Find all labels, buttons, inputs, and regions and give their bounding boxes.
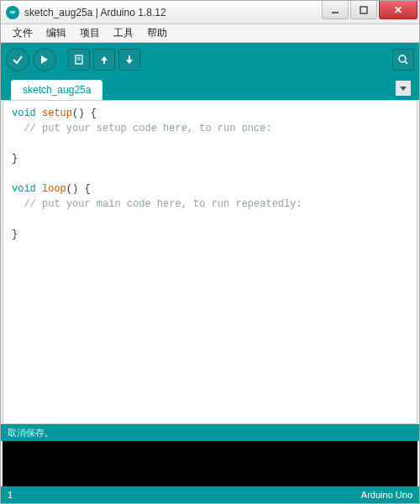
file-icon — [73, 54, 85, 66]
menu-project[interactable]: 项目 — [73, 24, 107, 42]
window-buttons: ✕ — [320, 1, 419, 24]
svg-rect-8 — [129, 55, 130, 60]
upload-button[interactable] — [33, 48, 56, 71]
check-icon — [11, 53, 24, 66]
board-name: Arduino Uno — [361, 490, 412, 500]
menu-help[interactable]: 帮助 — [140, 24, 174, 42]
serial-monitor-icon — [397, 54, 409, 66]
function-name: setup — [42, 108, 72, 119]
comment: // put your main code here, to run repea… — [12, 198, 302, 210]
menu-file[interactable]: 文件 — [6, 24, 39, 42]
arrow-up-icon — [98, 54, 110, 66]
verify-button[interactable] — [6, 48, 29, 71]
svg-marker-2 — [41, 55, 48, 64]
chevron-down-icon — [399, 84, 407, 92]
menu-tools[interactable]: 工具 — [107, 24, 140, 42]
tab-menu-button[interactable] — [396, 81, 411, 96]
svg-rect-7 — [103, 60, 105, 64]
function-name: loop — [42, 183, 66, 195]
tab-sketch[interactable]: sketch_aug25a — [11, 80, 102, 100]
app-icon-glyph: ∞ — [10, 8, 15, 16]
status-text: 取消保存。 — [8, 427, 54, 439]
toolbar — [1, 43, 419, 76]
svg-marker-6 — [101, 56, 108, 60]
save-button[interactable] — [118, 49, 140, 71]
arrow-down-icon — [123, 54, 135, 66]
svg-line-11 — [405, 61, 407, 64]
close-button[interactable]: ✕ — [379, 1, 417, 19]
comment: // put your setup code here, to run once… — [12, 123, 272, 134]
app-icon: ∞ — [6, 6, 19, 19]
console-output[interactable] — [3, 441, 417, 486]
titlebar: ∞ sketch_aug25a | Arduino 1.8.12 ✕ — [1, 1, 419, 24]
status-bar: 取消保存。 — [1, 424, 419, 441]
serial-monitor-button[interactable] — [392, 49, 414, 71]
menu-edit[interactable]: 编辑 — [39, 24, 73, 42]
window-title: sketch_aug25a | Arduino 1.8.12 — [24, 7, 320, 18]
minimize-button[interactable] — [322, 1, 349, 19]
app-window: ∞ sketch_aug25a | Arduino 1.8.12 ✕ 文件 编辑… — [0, 0, 420, 504]
menubar: 文件 编辑 项目 工具 帮助 — [1, 24, 419, 43]
open-button[interactable] — [93, 49, 115, 71]
keyword: void — [12, 183, 36, 195]
footer-bar: 1 Arduino Uno — [1, 486, 419, 503]
new-button[interactable] — [68, 49, 90, 71]
line-number: 1 — [8, 490, 13, 500]
tabbar: sketch_aug25a — [1, 76, 419, 100]
svg-marker-12 — [400, 87, 407, 91]
svg-rect-1 — [360, 7, 367, 13]
maximize-button[interactable] — [350, 1, 377, 19]
svg-point-10 — [399, 55, 406, 62]
arrow-right-icon — [38, 53, 51, 66]
code-editor[interactable]: void setup() { // put your setup code he… — [3, 100, 417, 424]
keyword: void — [12, 108, 36, 119]
svg-marker-9 — [126, 60, 133, 64]
